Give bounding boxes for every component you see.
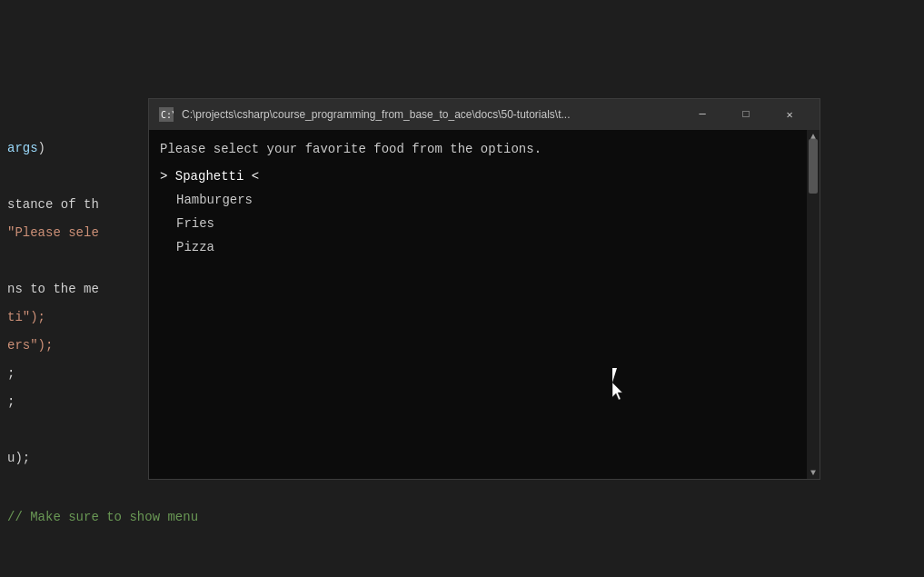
menu-item-label-hamburgers: Hamburgers — [176, 193, 253, 207]
menu-item-label-spaghetti: Spaghetti — [175, 169, 244, 184]
menu-item-pizza: Pizza — [160, 235, 809, 259]
terminal-body: Please select your favorite food from th… — [149, 130, 820, 479]
selected-marker-left: > — [160, 169, 175, 184]
code-text-u: u); — [7, 451, 30, 465]
code-text-semi2: ; — [7, 394, 15, 409]
terminal-prompt-text: Please select your favorite food from th… — [160, 142, 541, 156]
terminal-menu: > Spaghetti < Hamburgers Fries Pizza — [160, 164, 809, 259]
menu-item-fries: Fries — [160, 212, 809, 235]
code-comment-menu: // Make sure to show menu — [7, 510, 198, 524]
menu-item-label-pizza: Pizza — [176, 240, 214, 254]
code-text-ti: ti"); — [7, 310, 45, 324]
terminal-window: C:\ C:\projects\csharp\course_programmin… — [148, 98, 820, 480]
scrollbar-arrow-down[interactable]: ▼ — [807, 466, 820, 479]
terminal-scrollbar[interactable]: ▲ ▼ — [807, 130, 820, 479]
menu-item-spaghetti: > Spaghetti < — [160, 164, 809, 188]
code-text-args: args — [7, 141, 38, 155]
selected-marker-right: < — [243, 169, 259, 184]
menu-item-hamburgers: Hamburgers — [160, 188, 809, 212]
close-button[interactable]: ✕ — [769, 99, 810, 130]
code-text-stance: stance of th — [7, 197, 99, 212]
terminal-prompt-line: Please select your favorite food from th… — [160, 137, 809, 161]
code-text-ers: ers"); — [7, 338, 53, 353]
svg-marker-2 — [612, 383, 622, 400]
terminal-title: C:\projects\csharp\course_programming_fr… — [182, 108, 681, 121]
svg-text:C:\: C:\ — [161, 110, 174, 120]
code-panel: args) stance of th "Please sele ns to th… — [0, 0, 150, 577]
code-text-ns: ns to the me — [7, 282, 99, 296]
terminal-titlebar: C:\ C:\projects\csharp\course_programmin… — [149, 99, 820, 130]
code-text-please: "Please sele — [7, 225, 99, 240]
code-text-semi1: ; — [7, 366, 15, 381]
terminal-icon: C:\ — [158, 106, 174, 123]
menu-item-label-fries: Fries — [176, 216, 214, 231]
minimize-button[interactable]: — — [681, 99, 723, 130]
terminal-controls: — □ ✕ — [681, 99, 810, 130]
mouse-cursor — [612, 368, 623, 384]
scrollbar-thumb[interactable] — [809, 139, 818, 194]
maximize-button[interactable]: □ — [725, 99, 767, 130]
